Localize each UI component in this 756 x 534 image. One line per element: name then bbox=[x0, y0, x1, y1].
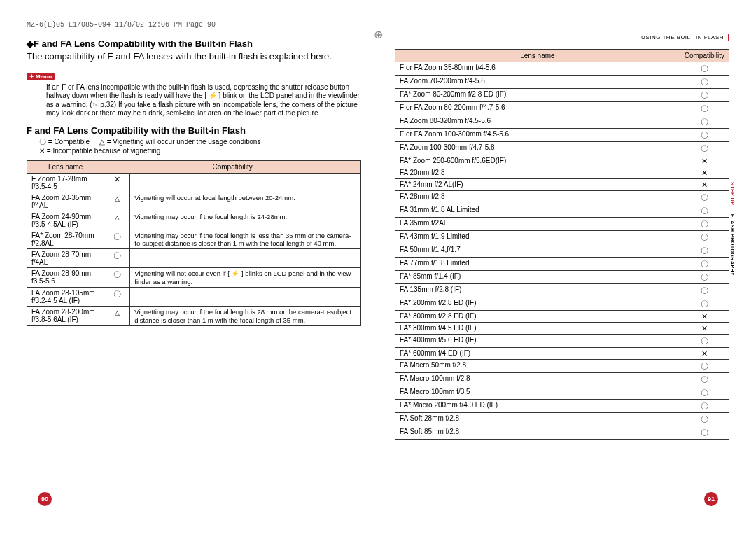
th-compat: Compatibility bbox=[104, 160, 361, 173]
legend-cross: ✕ = Incompatible because of vignetting bbox=[39, 147, 160, 155]
th-lens: Lens name bbox=[27, 160, 104, 173]
table-row: F Zoom 17-28mm f/3.5-4.5✕ bbox=[27, 173, 361, 192]
symbol-cell: 〇 bbox=[680, 76, 729, 89]
symbol-cell: 〇 bbox=[104, 288, 130, 307]
note-cell: Vignetting may occur if the focal length… bbox=[130, 230, 361, 249]
symbol-cell: 〇 bbox=[680, 218, 729, 231]
symbol-cell: 〇 bbox=[680, 297, 729, 311]
table-row: FA 77mm f/1.8 Limited〇 bbox=[396, 258, 729, 271]
table-row: FA Zoom 28-200mm f/3.8-5.6AL (IF)△Vignet… bbox=[27, 307, 361, 326]
table-row: FA* Macro 200mm f/4.0 ED (IF)〇 bbox=[396, 400, 729, 413]
table-title: F and FA Lens Compatibility with the Bui… bbox=[27, 125, 361, 136]
lens-cell: FA Zoom 28-200mm f/3.8-5.6AL (IF) bbox=[27, 307, 104, 326]
table-row: FA 50mm f/1.4,f/1.7〇 bbox=[396, 244, 729, 258]
symbol-cell: ✕ bbox=[680, 323, 729, 335]
page-spread: ◆F and FA Lens Compatibility with the Bu… bbox=[27, 34, 729, 440]
lens-cell: FA 31mm f/1.8 AL Limited bbox=[396, 204, 680, 218]
lens-cell: FA* 24mm f/2 AL(IF) bbox=[396, 179, 680, 191]
lens-cell: FA Zoom 28-90mm f3.5-5.6 bbox=[27, 268, 104, 288]
note-cell bbox=[130, 249, 361, 268]
symbol-cell: 〇 bbox=[680, 373, 729, 386]
table-row: FA* Zoom 80-200mm f/2.8 ED (IF)〇 bbox=[396, 89, 729, 102]
symbol-cell: 〇 bbox=[680, 258, 729, 271]
lens-cell: FA* 300mm f/2.8 ED (IF) bbox=[396, 311, 680, 323]
symbol-cell: 〇 bbox=[680, 102, 729, 115]
symbol-cell: △ bbox=[104, 307, 130, 326]
lens-cell: F Zoom 17-28mm f/3.5-4.5 bbox=[27, 173, 104, 192]
symbol-cell: 〇 bbox=[680, 231, 729, 244]
lens-cell: FA 50mm f/1.4,f/1.7 bbox=[396, 244, 680, 258]
table-row: FA* 85mm f/1.4 (IF)〇 bbox=[396, 271, 729, 284]
th-compat: Compatibility bbox=[680, 50, 729, 62]
symbol-cell: 〇 bbox=[680, 426, 729, 440]
table-row: FA 135mm f/2.8 (IF)〇 bbox=[396, 284, 729, 297]
table-row: FA Zoom 70-200mm f/4-5.6〇 bbox=[396, 76, 729, 89]
memo-badge: ✦ Memo bbox=[27, 73, 55, 80]
table-row: FA 35mm f/2AL〇 bbox=[396, 218, 729, 231]
lens-cell: FA Macro 50mm f/2.8 bbox=[396, 360, 680, 373]
table-row: FA Macro 100mm f/3.5〇 bbox=[396, 386, 729, 400]
plus-icon: ✦ bbox=[29, 73, 34, 80]
symbol-cell: 〇 bbox=[680, 115, 729, 129]
th-lens: Lens name bbox=[396, 50, 680, 62]
table-row: FA 31mm f/1.8 AL Limited〇 bbox=[396, 204, 729, 218]
lens-cell: FA Zoom 80-320mm f/4.5-5.6 bbox=[396, 115, 680, 129]
symbol-cell: 〇 bbox=[680, 62, 729, 76]
symbol-cell: △ bbox=[104, 211, 130, 230]
lens-cell: FA Soft 85mm f/2.8 bbox=[396, 426, 680, 440]
note-cell: Vignetting will not occur even if [ ⚡ ] … bbox=[130, 268, 361, 288]
symbol-cell: 〇 bbox=[104, 230, 130, 249]
lens-cell: FA* 200mm f/2.8 ED (IF) bbox=[396, 297, 680, 311]
side-tab-stepup: STEP UP bbox=[730, 182, 735, 205]
table-row: FA Soft 28mm f/2.8〇 bbox=[396, 413, 729, 426]
lens-cell: FA* 600mm f/4 ED (IF) bbox=[396, 348, 680, 360]
memo-label: Memo bbox=[36, 73, 52, 80]
right-page: USING THE BUILT-IN FLASH Lens name Compa… bbox=[395, 34, 729, 440]
lens-cell: FA Macro 100mm f/2.8 bbox=[396, 373, 680, 386]
section-title: ◆F and FA Lens Compatibility with the Bu… bbox=[27, 38, 361, 49]
lens-cell: FA 43mm f/1.9 Limited bbox=[396, 231, 680, 244]
lens-cell: F or FA Zoom 80-200mm f/4.7-5.6 bbox=[396, 102, 680, 115]
symbol-cell: ✕ bbox=[680, 179, 729, 191]
symbol-cell: ✕ bbox=[680, 155, 729, 167]
symbol-cell: ✕ bbox=[680, 311, 729, 323]
note-cell bbox=[130, 173, 361, 192]
lens-cell: FA 77mm f/1.8 Limited bbox=[396, 258, 680, 271]
symbol-cell: 〇 bbox=[680, 129, 729, 142]
table-row: FA* 400mm f/5.6 ED (IF)〇 bbox=[396, 335, 729, 348]
lens-cell: FA Zoom 28-70mm f/4AL bbox=[27, 249, 104, 268]
lens-cell: FA* 400mm f/5.6 ED (IF) bbox=[396, 335, 680, 348]
lens-cell: FA 28mm f/2.8 bbox=[396, 191, 680, 204]
page-number-left: 90 bbox=[38, 492, 52, 506]
legend-triangle: △ = Vignetting will occur under the usag… bbox=[99, 138, 260, 146]
intro-text: The compatibility of F and FA lenses wit… bbox=[27, 50, 361, 63]
left-table: Lens name Compatibility F Zoom 17-28mm f… bbox=[27, 160, 361, 326]
symbol-cell: ✕ bbox=[680, 348, 729, 360]
table-row: F or FA Zoom 100-300mm f/4.5-5.6〇 bbox=[396, 129, 729, 142]
table-row: FA Soft 85mm f/2.8〇 bbox=[396, 426, 729, 440]
side-tab-flash: FLASH PHOTOGRAPHY bbox=[730, 214, 735, 276]
right-table: Lens name Compatibility F or FA Zoom 35-… bbox=[395, 49, 729, 440]
symbol-cell: 〇 bbox=[680, 244, 729, 258]
lens-cell: FA 35mm f/2AL bbox=[396, 218, 680, 231]
left-page: ◆F and FA Lens Compatibility with the Bu… bbox=[27, 34, 361, 440]
symbol-cell: 〇 bbox=[680, 191, 729, 204]
table-row: FA* 300mm f/2.8 ED (IF)✕ bbox=[396, 311, 729, 323]
lens-cell: FA* Zoom 28-70mm f/2.8AL bbox=[27, 230, 104, 249]
symbol-cell: 〇 bbox=[680, 386, 729, 400]
table-row: FA* 24mm f/2 AL(IF)✕ bbox=[396, 179, 729, 191]
symbol-cell: ✕ bbox=[680, 167, 729, 179]
running-head: USING THE BUILT-IN FLASH bbox=[395, 34, 729, 41]
side-tab: STEP UP FLASH PHOTOGRAPHY bbox=[730, 182, 735, 276]
note-cell bbox=[130, 288, 361, 307]
table-row: FA 43mm f/1.9 Limited〇 bbox=[396, 231, 729, 244]
symbol-cell: 〇 bbox=[680, 204, 729, 218]
page: MZ-6(E)05 E1/085-094 11/8/02 12:06 PM Pa… bbox=[0, 0, 756, 534]
symbol-cell: 〇 bbox=[680, 89, 729, 102]
lens-cell: FA Zoom 28-105mm f/3.2-4.5 AL (IF) bbox=[27, 288, 104, 307]
symbol-cell: △ bbox=[104, 192, 130, 211]
lens-cell: FA Zoom 100-300mm f/4.7-5.8 bbox=[396, 142, 680, 155]
lens-cell: FA Zoom 24-90mm f/3.5-4.5AL (IF) bbox=[27, 211, 104, 230]
symbol-cell: 〇 bbox=[680, 271, 729, 284]
page-number-right: 91 bbox=[704, 492, 718, 506]
